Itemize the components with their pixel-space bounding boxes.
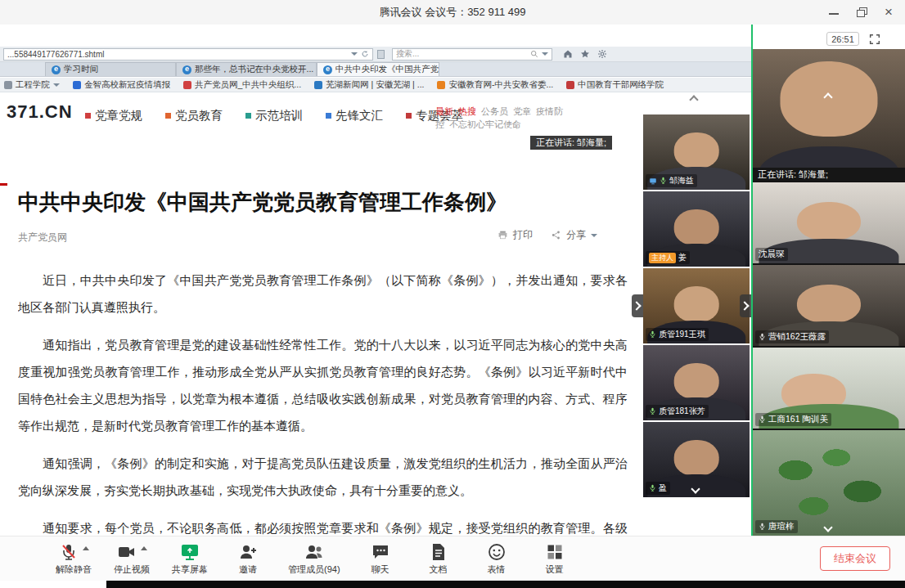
search-icon — [530, 50, 538, 58]
host-badge: 主持人 — [649, 253, 676, 263]
manage-members-button[interactable]: 管理成员(94) — [288, 542, 340, 576]
video-tile-zhangfang[interactable]: 质管181张芳 — [643, 345, 750, 420]
window-controls — [828, 0, 895, 25]
minimize-icon[interactable] — [828, 7, 840, 18]
print-label: 打印 — [513, 228, 533, 242]
taskbar-strip — [106, 581, 905, 588]
tile-name-label: 盈 — [646, 482, 670, 495]
tile-name-label: 沈晨琛 — [755, 248, 788, 261]
chevron-right-icon — [632, 301, 641, 310]
settings-button[interactable]: 设置 — [537, 542, 573, 576]
fullscreen-button[interactable] — [867, 32, 882, 47]
article-paragraph: 近日，中共中央印发了《中国共产党党员教育管理工作条例》（以下简称《条例》），并发… — [18, 267, 628, 321]
browser-action-icons — [563, 49, 607, 59]
bookmark-item: 金智高校新冠疫情填报 — [73, 79, 170, 91]
browser-tab-bar: 学习时间 那些年，总书记在中央党校开... 中共中央印发《中国共产党... × — [0, 62, 751, 77]
share-screen-button[interactable]: 共享屏幕 — [172, 542, 208, 576]
tile-name-label: 邹海益 — [646, 174, 697, 187]
participants-video-panel: 正在讲话: 邹海量; 沈晨琛 营销162王薇露 工商161 陶训美 — [753, 49, 905, 536]
end-meeting-button[interactable]: 结束会议 — [820, 546, 890, 571]
video-tile-ying[interactable]: 盈 — [643, 422, 750, 497]
tile-name-label: 营销162王薇露 — [755, 330, 829, 343]
strip-scroll-up-icon[interactable] — [689, 95, 698, 104]
article-body: 近日，中共中央印发了《中国共产党党员教育管理工作条例》（以下简称《条例》），并发… — [18, 267, 628, 536]
mic-on-icon — [660, 177, 667, 186]
panel-collapse-handle[interactable] — [740, 294, 751, 317]
bookmark-item: 安徽教育网-中共安教省委... — [437, 79, 553, 91]
layout-grid-icon — [545, 542, 565, 562]
browser-address-bar: ...558449177626771.shtml 搜索... — [0, 47, 751, 62]
nav-bullet-icon — [406, 113, 412, 119]
folder-dropdown-icon — [53, 83, 60, 87]
url-field: ...558449177626771.shtml — [3, 48, 373, 61]
mic-options-arrow[interactable] — [83, 546, 89, 550]
bookmark-item: 共产党员网_中共中央组织... — [183, 79, 301, 91]
speaking-banner: 正在讲话: 邹海量; — [530, 136, 612, 150]
share-label: 分享 — [566, 228, 586, 242]
shared-screen-video: ...558449177626771.shtml 搜索... — [0, 25, 751, 536]
favicon — [4, 81, 12, 89]
video-tile-wangqi[interactable]: 质管191王琪 — [643, 268, 750, 343]
ie-icon — [52, 65, 61, 74]
tab-label: 那些年，总书记在中央党校开... — [195, 64, 313, 75]
restore-icon[interactable] — [856, 7, 867, 18]
invite-person-icon — [238, 542, 258, 562]
video-tile-wangweilu[interactable]: 营销162王薇露 — [753, 265, 905, 346]
nav-item: 党员教育 — [165, 108, 223, 123]
camera-options-arrow[interactable] — [141, 546, 147, 550]
emoji-button[interactable]: 表情 — [479, 542, 515, 576]
meeting-toolbar: 解除静音 停止视频 共享屏幕 邀请 管理成员(94) — [0, 536, 905, 581]
close-icon[interactable] — [884, 7, 895, 18]
mic-on-icon — [649, 407, 656, 416]
article-paragraph: 通知要求，每个党员，不论职务高低，都必须按照党章要求和《条例》规定，接受党组织的… — [18, 514, 628, 536]
docs-button[interactable]: 文档 — [421, 542, 457, 576]
emoji-icon — [487, 542, 507, 562]
nav-bullet-icon — [165, 113, 171, 119]
tile-name-label: 唐瑄梓 — [755, 520, 798, 533]
url-text: ...558449177626771.shtml — [7, 50, 104, 59]
video-tile-shenchenchen[interactable]: 沈晨琛 — [753, 182, 905, 263]
ie-icon — [323, 65, 332, 74]
site-logo: 371.CN — [7, 101, 73, 123]
browser-tab-3-active: 中共中央印发《中国共产党... × — [317, 62, 439, 76]
nav-bullet-icon — [245, 113, 251, 119]
nav-item: 先锋文汇 — [326, 108, 383, 123]
tencent-meeting-window: 腾讯会议 会议号：352 911 499 26:51 ...5584491776… — [0, 0, 905, 588]
mic-on-icon — [649, 484, 656, 493]
nav-bullet-icon — [85, 113, 91, 119]
site-nav: 党章党规 党员教育 示范培训 先锋文汇 专题荟萃 — [85, 108, 463, 123]
strip-collapse-handle[interactable] — [632, 294, 643, 317]
active-speaker-tile[interactable] — [753, 49, 905, 168]
stop-video-button[interactable]: 停止视频 — [114, 542, 150, 576]
camera-icon — [117, 542, 137, 562]
tab-label: 学习时间 — [64, 64, 98, 75]
bookmark-item: 芜湖新闻网 | 安徽芜湖 | ... — [314, 79, 424, 91]
url-dropdown-icon — [351, 52, 358, 56]
video-tile-host[interactable]: 主持人 姜 — [643, 191, 750, 267]
members-icon — [304, 542, 324, 562]
mic-muted-icon — [59, 542, 79, 562]
tile-name-label: 主持人 姜 — [646, 251, 690, 264]
site-red-accent — [0, 183, 7, 186]
favicon — [183, 81, 191, 89]
video-tile-tangxuanzi[interactable]: 唐瑄梓 — [753, 430, 905, 536]
video-tile-zouhaiyi[interactable]: 邹海益 — [643, 114, 750, 190]
share-icon — [551, 230, 561, 240]
chevron-right-icon — [740, 301, 749, 310]
invite-button[interactable]: 邀请 — [230, 542, 266, 576]
video-tile-taoxunmei[interactable]: 工商161 陶训美 — [753, 348, 905, 429]
browser-tab-2: 那些年，总书记在中央党校开... — [176, 62, 317, 76]
search-field: 搜索... — [392, 48, 552, 61]
tile-name-label: 质管191王琪 — [646, 328, 709, 341]
article-title: 中共中央印发《中国共产党党员教育管理工作条例》 — [18, 188, 591, 217]
tile-name-label: 质管181张芳 — [646, 405, 709, 418]
mic-on-icon — [759, 415, 766, 424]
unmute-button[interactable]: 解除静音 — [56, 542, 92, 576]
article-paragraph: 通知强调，《条例》的制定和实施，对于提高党员队伍建设质量，激发党组织的生机活力，… — [18, 450, 628, 504]
tile-name-label: 工商161 陶训美 — [755, 413, 831, 426]
browser-tab-1: 学习时间 — [45, 62, 176, 76]
favorites-star-icon — [580, 49, 590, 59]
article-source: 共产党员网 — [18, 231, 67, 245]
chat-button[interactable]: 聊天 — [362, 542, 398, 576]
bookmark-item: 中国教育干部网络学院 — [566, 79, 664, 91]
